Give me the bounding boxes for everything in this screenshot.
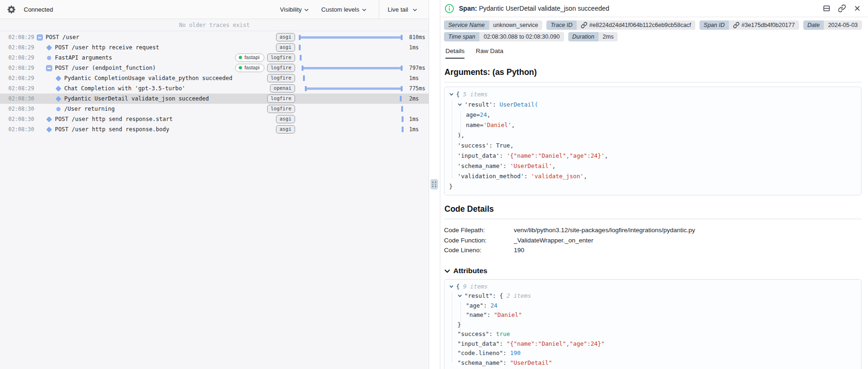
trace-row-label: POST /user bbox=[46, 34, 239, 40]
trace-row-time: 02:08:29 bbox=[8, 75, 36, 81]
attributes-heading: Attributes bbox=[453, 267, 487, 275]
collapse-toggle-icon[interactable] bbox=[46, 65, 52, 71]
tag-asgi[interactable]: asgi bbox=[276, 43, 295, 52]
badge-span-id: Span ID#3e175db4f0b20177 bbox=[700, 20, 799, 30]
tag-asgi[interactable]: asgi bbox=[276, 125, 295, 134]
code-line: 'result': UserDetail( bbox=[449, 100, 856, 110]
tab-details[interactable]: Details bbox=[445, 47, 464, 59]
copy-link-icon[interactable] bbox=[838, 4, 846, 13]
no-older-traces-notice: No older traces exist bbox=[0, 19, 429, 31]
collapse-chevron-icon[interactable] bbox=[458, 294, 464, 298]
tag-logfire[interactable]: logfire bbox=[267, 54, 295, 62]
badge-service-name: Service Nameunknown_service bbox=[444, 20, 542, 30]
duration-bar-track bbox=[299, 114, 406, 124]
badge-value[interactable]: #3e175db4f0b20177 bbox=[729, 20, 799, 30]
trace-row[interactable]: 02:08:29FastAPI argumentsfastapilogfire bbox=[0, 53, 429, 63]
code-line: 'input_data': '{"name":"Daniel","age":24… bbox=[449, 151, 856, 161]
trace-row[interactable]: 02:08:30POST /user http send response.bo… bbox=[0, 124, 429, 134]
collapse-toggle-icon[interactable] bbox=[36, 34, 43, 40]
tag-logfire[interactable]: logfire bbox=[267, 94, 295, 103]
attributes-toggle[interactable]: Attributes bbox=[444, 267, 861, 275]
trace-row[interactable]: 02:08:29POST /user http receive requesta… bbox=[0, 42, 429, 53]
trace-row[interactable]: 02:08:30/User returninglogfire bbox=[0, 104, 429, 114]
trace-row-time: 02:08:29 bbox=[8, 85, 36, 92]
tab-raw-data[interactable]: Raw Data bbox=[476, 47, 503, 59]
live-tail-dropdown[interactable]: Live tail bbox=[379, 0, 429, 19]
duration-tick bbox=[402, 127, 404, 132]
indent-guide bbox=[460, 111, 461, 142]
span-kind-label: Span: bbox=[459, 5, 477, 12]
grip-dots-icon bbox=[432, 181, 437, 187]
split-panel-icon[interactable] bbox=[822, 4, 831, 13]
indent-guide bbox=[452, 293, 452, 362]
span-diamond-icon bbox=[55, 76, 61, 81]
visibility-dropdown[interactable]: Visibility bbox=[280, 6, 310, 13]
code-line: age=24, bbox=[449, 110, 856, 120]
trace-row[interactable]: 02:08:29POST /userasgi810ms bbox=[0, 32, 429, 42]
trace-row-time: 02:08:30 bbox=[8, 106, 36, 112]
trace-row-tags: asgi bbox=[239, 125, 299, 134]
badge-label: Trace ID bbox=[546, 20, 577, 30]
code-line: 'success': True, bbox=[449, 141, 856, 151]
duration-bar-track bbox=[299, 32, 406, 42]
code-details-heading: Code Details bbox=[444, 204, 861, 214]
tag-asgi[interactable]: asgi bbox=[276, 33, 295, 41]
tag-logfire[interactable]: logfire bbox=[267, 64, 295, 72]
trace-row[interactable]: 02:08:29Chat Completion with 'gpt-3.5-tu… bbox=[0, 83, 429, 94]
duration-bar-track bbox=[299, 83, 406, 94]
divider bbox=[444, 82, 861, 82]
span-detail-header: Span:Pydantic UserDetail validate_json s… bbox=[440, 0, 868, 17]
span-diamond-icon bbox=[46, 127, 52, 132]
duration-tick bbox=[400, 96, 402, 101]
badge-value: unknown_service bbox=[489, 20, 543, 30]
close-icon[interactable] bbox=[853, 4, 861, 13]
trace-row-label: POST /user http receive request bbox=[55, 44, 239, 51]
tag-logfire[interactable]: logfire bbox=[267, 105, 295, 113]
collapse-chevron-icon[interactable] bbox=[458, 102, 464, 107]
badge-value[interactable]: #e8224d24d41f064b112c6eb9cb58cacf bbox=[577, 20, 695, 30]
code-detail-value: venv/lib/python3.12/site-packages/logfir… bbox=[514, 225, 861, 235]
trace-row-label: Pydantic CompletionUsage validate_python… bbox=[64, 75, 239, 81]
duration-tick bbox=[401, 106, 403, 112]
trace-row-tags: fastapilogfire bbox=[239, 64, 299, 72]
tag-logfire[interactable]: logfire bbox=[267, 74, 295, 82]
trace-toolbar: Connected Visibility Custom levels Live … bbox=[0, 0, 429, 19]
tag-fastapi[interactable]: fastapi bbox=[235, 64, 264, 72]
divider bbox=[444, 219, 861, 219]
trace-row-tags: openai bbox=[239, 84, 299, 93]
collapse-chevron-icon[interactable] bbox=[449, 284, 456, 289]
trace-row-time: 02:08:29 bbox=[8, 54, 36, 61]
code-line: } bbox=[449, 320, 856, 330]
trace-row-label: /User returning bbox=[64, 106, 239, 112]
code-line: "code.lineno": 190 bbox=[449, 349, 856, 358]
tag-openai[interactable]: openai bbox=[270, 84, 295, 93]
tag-fastapi[interactable]: fastapi bbox=[235, 54, 264, 62]
trace-row-label: Chat Completion with 'gpt-3.5-turbo' bbox=[64, 85, 239, 92]
code-detail-row: Code Function:_ValidateWrapper._on_enter bbox=[444, 235, 861, 246]
tag-asgi[interactable]: asgi bbox=[276, 115, 295, 123]
panel-resize-handle[interactable] bbox=[431, 179, 438, 189]
trace-row[interactable]: 02:08:29Pydantic CompletionUsage validat… bbox=[0, 73, 429, 83]
trace-row[interactable]: 02:08:29POST /user (endpoint_function)fa… bbox=[0, 63, 429, 73]
custom-levels-dropdown[interactable]: Custom levels bbox=[321, 6, 367, 13]
trace-row-duration: 810ms bbox=[406, 34, 429, 40]
indent-guide bbox=[452, 101, 452, 178]
trace-row-label: POST /user (endpoint_function) bbox=[55, 65, 239, 71]
duration-bar bbox=[305, 87, 403, 90]
trace-row-tags: logfire bbox=[239, 94, 299, 103]
trace-row[interactable]: 02:08:30Pydantic UserDetail validate_jso… bbox=[0, 94, 429, 104]
trace-row[interactable]: 02:08:30POST /user http send response.st… bbox=[0, 114, 429, 124]
code-line: { 5 items bbox=[449, 89, 856, 100]
log-circle-icon bbox=[55, 107, 61, 111]
badge-row: Time span02:08:30.088 to 02:08:30.090Dur… bbox=[444, 32, 861, 41]
code-line: "success": true bbox=[449, 329, 856, 339]
duration-tick bbox=[299, 45, 301, 50]
settings-gear-icon[interactable] bbox=[7, 4, 18, 14]
code-line: { 9 items bbox=[449, 282, 856, 292]
span-metadata-badges: Service Nameunknown_serviceTrace ID#e822… bbox=[444, 20, 861, 41]
code-line: "schema_name": "UserDetail" bbox=[449, 358, 856, 368]
code-details-table: Code Filepath:venv/lib/python3.12/site-p… bbox=[444, 225, 861, 255]
collapse-chevron-icon[interactable] bbox=[449, 92, 456, 97]
arguments-code-block: { 5 items'result': UserDetail(age=24,nam… bbox=[444, 87, 861, 195]
code-detail-value: _ValidateWrapper._on_enter bbox=[514, 235, 861, 246]
